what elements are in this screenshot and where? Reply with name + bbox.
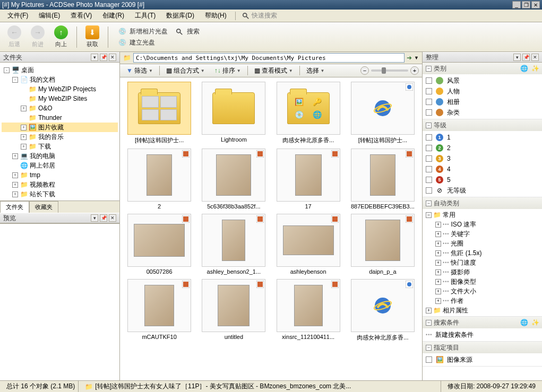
tree-node[interactable]: +•••摄影师 (426, 267, 542, 277)
tree-node[interactable]: +💻我的电脑 (2, 151, 118, 161)
expand-icon[interactable]: + (435, 269, 441, 275)
expand-icon[interactable]: + (21, 125, 27, 130)
get-button[interactable]: ⬇获取 (82, 24, 102, 49)
organize-tree[interactable]: −类别🌐✨风景人物相册杂类−等级1122334455⊘无等级−自动类别−📁常用+… (423, 63, 542, 380)
panel-close-icon[interactable]: ✕ (109, 214, 116, 222)
tree-node[interactable]: +📁相片属性 (426, 306, 542, 315)
panel-menu-icon[interactable]: ▾ (91, 214, 98, 222)
tree-node[interactable]: +📁视频教程 (2, 180, 118, 189)
thumbnail-item[interactable]: Lightroom (199, 82, 269, 144)
collapse-icon[interactable]: − (426, 345, 432, 351)
thumbnail-area[interactable]: [转帖]这韩国护士...Lightroom🖼️🔑💿🌐肉感女神北原多香...[转帖… (120, 77, 422, 380)
new-icon[interactable]: ✨ (531, 319, 539, 326)
rating-row[interactable]: 22 (423, 143, 542, 153)
add-photo-disc-link[interactable]: 💿新增相片光盘 (118, 27, 168, 36)
path-input[interactable] (133, 53, 405, 63)
expand-icon[interactable]: + (435, 298, 441, 304)
tree-node[interactable]: +•••光圈 (426, 239, 542, 248)
tree-node[interactable]: +•••关键字 (426, 229, 542, 239)
up-button[interactable]: ↑向上 (51, 24, 71, 49)
tree-node[interactable]: 📁My WebZIP Sites (2, 94, 118, 103)
expand-icon[interactable]: + (12, 182, 18, 188)
checkbox[interactable] (426, 187, 432, 194)
search-link[interactable]: 搜索 (175, 27, 200, 36)
expand-icon[interactable]: + (21, 144, 27, 150)
expand-icon[interactable]: + (12, 191, 18, 197)
rating-row[interactable]: 44 (423, 164, 542, 175)
sort-button[interactable]: ↑↓排序▼ (211, 65, 244, 76)
thumbnail-item[interactable]: 17 (273, 149, 343, 210)
expand-icon[interactable]: + (12, 172, 18, 178)
menu-view[interactable]: 查看(V) (66, 10, 96, 21)
forward-button[interactable]: →前进 (28, 24, 48, 49)
category-row[interactable]: 风景 (423, 75, 542, 86)
tree-node[interactable]: +📁下载 (2, 142, 118, 151)
group-header[interactable]: −等级 (423, 119, 542, 131)
zoom-in-button[interactable]: + (410, 66, 419, 75)
panel-menu-icon[interactable]: ▾ (513, 54, 521, 61)
group-header[interactable]: −指定项目 (423, 342, 542, 353)
expand-icon[interactable]: + (435, 250, 441, 256)
menu-help[interactable]: 帮助(H) (201, 10, 231, 21)
globe-icon[interactable]: 🌐 (520, 319, 528, 326)
collapse-icon[interactable]: − (426, 320, 432, 326)
new-search-row[interactable]: •••新建搜索条件 (423, 329, 542, 340)
checkbox[interactable] (426, 88, 432, 94)
panel-pin-icon[interactable]: 📌 (100, 54, 107, 61)
menu-tools[interactable]: 工具(T) (131, 10, 160, 21)
menu-edit[interactable]: 编辑(E) (35, 10, 64, 21)
thumbnail-item[interactable]: [转帖]这韩国护士... (348, 82, 418, 144)
back-button[interactable]: ←后退 (4, 24, 24, 49)
close-button[interactable]: ✕ (531, 1, 540, 8)
checkbox[interactable] (426, 356, 432, 363)
filter-button[interactable]: ▼筛选▼ (123, 65, 156, 76)
tree-node[interactable]: +•••焦距 (1.5x) (426, 248, 542, 258)
group-header[interactable]: −类别🌐✨ (423, 63, 542, 74)
expand-icon[interactable]: + (435, 231, 441, 237)
panel-close-icon[interactable]: ✕ (109, 54, 116, 61)
tree-node[interactable]: +•••ISO 速率 (426, 220, 542, 229)
thumbnail-item[interactable]: mCAUTKF10 (124, 279, 194, 342)
tab-favorites[interactable]: 收藏夹 (29, 201, 58, 213)
rating-row[interactable]: ⊘无等级 (423, 185, 542, 196)
panel-menu-icon[interactable]: ▾ (91, 54, 98, 61)
expand-icon[interactable]: + (435, 279, 441, 285)
minimize-button[interactable]: _ (512, 1, 521, 8)
special-row[interactable]: 🖼️图像来源 (423, 354, 542, 365)
view-button[interactable]: ▦查看模式▼ (251, 65, 296, 76)
collapse-icon[interactable]: − (426, 66, 432, 72)
collapse-icon[interactable]: − (426, 201, 432, 206)
tree-node[interactable]: +•••快门速度 (426, 258, 542, 267)
checkbox[interactable] (426, 109, 432, 116)
tree-node[interactable]: +•••文件大小 (426, 286, 542, 296)
tree-node[interactable]: +📁我的音乐 (2, 132, 118, 142)
checkbox[interactable] (426, 155, 432, 162)
tree-node[interactable]: +•••作者 (426, 296, 542, 306)
folder-tree[interactable]: -🖥️桌面-📄我的文档📁My WebZIP Projects📁My WebZIP… (1, 63, 119, 201)
panel-pin-icon[interactable]: 📌 (100, 214, 107, 222)
tree-node[interactable]: +📁O&O (2, 103, 118, 113)
menu-create[interactable]: 创建(R) (98, 10, 128, 21)
category-row[interactable]: 人物 (423, 86, 542, 97)
expand-icon[interactable]: + (21, 134, 27, 140)
expand-icon[interactable]: + (21, 106, 27, 111)
expand-icon[interactable]: + (435, 289, 441, 294)
category-row[interactable]: 杂类 (423, 107, 542, 118)
expand-icon[interactable]: − (426, 212, 432, 218)
checkbox[interactable] (426, 177, 432, 183)
expand-icon[interactable]: + (426, 308, 432, 313)
tree-node[interactable]: -🖥️桌面 (2, 65, 118, 75)
thumbnail-item[interactable]: [转帖]这韩国护士... (124, 82, 194, 144)
create-disc-link[interactable]: 💿建立光盘 (118, 38, 168, 47)
new-icon[interactable]: ✨ (531, 65, 539, 72)
rating-row[interactable]: 55 (423, 175, 542, 185)
expand-icon[interactable]: + (12, 153, 18, 159)
tree-node[interactable]: +📁tmp (2, 170, 118, 180)
checkbox[interactable] (426, 134, 432, 141)
thumbnail-item[interactable]: ashley_benson2_1... (199, 214, 269, 275)
tree-node[interactable]: −📁常用 (426, 210, 542, 220)
group-button[interactable]: ▦组合方式▼ (163, 65, 208, 76)
collapse-icon[interactable]: − (426, 123, 432, 128)
tree-node[interactable]: 📁My WebZIP Projects (2, 84, 118, 94)
checkbox[interactable] (426, 99, 432, 105)
